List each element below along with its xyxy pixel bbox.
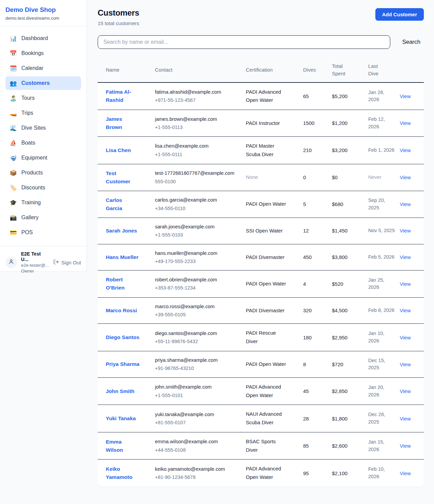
sidebar-item-customers[interactable]: 👥 Customers: [5, 76, 81, 90]
customer-name-link[interactable]: Marco Rossi: [106, 307, 137, 313]
sidebar-item-products[interactable]: 📦 Products: [5, 166, 81, 180]
customer-dives: 5: [303, 195, 332, 213]
customer-dives: 95: [303, 464, 332, 482]
customer-phone: +1-555-0101: [155, 392, 242, 399]
nav-item-icon: 🎓: [9, 200, 17, 206]
view-customer-link[interactable]: View: [400, 307, 411, 313]
sidebar-item-dive-sites[interactable]: 🌊 Dive Sites: [5, 121, 81, 135]
customer-certification: None: [246, 168, 303, 187]
view-customer-link[interactable]: View: [400, 93, 411, 99]
customer-email: priya.sharma@example.com: [155, 356, 242, 364]
sidebar-item-training[interactable]: 🎓 Training: [5, 196, 81, 209]
customer-phone: +81-555-0107: [155, 419, 242, 426]
customer-last-dive: Jan 20, 2026: [368, 379, 400, 404]
customer-name-link[interactable]: Sarah Jones: [106, 228, 137, 234]
customer-dives: 45: [303, 382, 332, 400]
customer-name-link[interactable]: Carlos Garcia: [106, 197, 122, 211]
customer-dives: 0: [303, 168, 332, 186]
customer-email: yuki.tanaka@example.com: [155, 411, 242, 418]
customer-name-link[interactable]: John Smith: [106, 388, 134, 394]
sidebar-item-calendar[interactable]: 🗓️ Calendar: [5, 61, 81, 75]
customer-dives: 1500: [303, 114, 332, 132]
sidebar-item-bookings[interactable]: 📅 Bookings: [5, 46, 81, 60]
sidebar-item-boats[interactable]: ⛵ Boats: [5, 136, 81, 150]
customer-name-link[interactable]: James Brown: [106, 116, 122, 130]
customer-name-link[interactable]: Emma Wilson: [106, 439, 123, 453]
customer-total-spent: $2,600: [332, 437, 368, 455]
nav-item-label: Equipment: [21, 155, 47, 161]
customer-total-spent: $1,450: [332, 222, 368, 240]
view-customer-link[interactable]: View: [400, 254, 411, 260]
view-customer-link[interactable]: View: [400, 335, 411, 340]
sidebar-item-trips[interactable]: 🚤 Trips: [5, 106, 81, 120]
customer-name-link[interactable]: Diego Santos: [106, 334, 139, 340]
customer-total-spent: $4,500: [332, 301, 368, 319]
customer-email: keiko.yamamoto@example.com: [155, 465, 242, 473]
customer-total-spent: $720: [332, 355, 368, 373]
add-customer-button[interactable]: Add Customer: [375, 8, 424, 21]
sidebar-item-tours[interactable]: 🏝️ Tours: [5, 91, 81, 105]
table-row: Sarah Jones sarah.jones@example.com +1-5…: [98, 218, 424, 244]
sign-out-label: Sign Out: [61, 260, 81, 265]
table-row: James Brown james.brown@example.com +1-5…: [98, 110, 424, 137]
customer-certification: PADI Master Scuba Diver: [246, 137, 303, 164]
customer-name-link[interactable]: Robert O'Brien: [106, 277, 124, 291]
sidebar-item-discounts[interactable]: 🏷️ Discounts: [5, 181, 81, 194]
view-customer-link[interactable]: View: [400, 120, 411, 126]
customer-name-link[interactable]: Hans Mueller: [106, 254, 138, 260]
customer-certification: PADI Rescue Diver: [246, 324, 303, 351]
sidebar-nav: 📊 Dashboard 📅 Bookings 🗓️ Calendar 👥 Cus…: [0, 26, 86, 246]
customer-certification: PADI Advanced Open Water: [246, 378, 303, 405]
nav-item-label: Customers: [21, 80, 50, 86]
view-customer-link[interactable]: View: [400, 470, 411, 476]
customer-certification: PADI Open Water: [246, 275, 303, 293]
sidebar-item-pos[interactable]: 💳 POS: [5, 226, 81, 239]
customer-last-dive: Jan 25, 2026: [368, 272, 400, 297]
customer-email: sarah.jones@example.com: [155, 223, 242, 230]
customer-name-link[interactable]: Lisa Chen: [106, 147, 131, 153]
customer-name-link[interactable]: Priya Sharma: [106, 361, 139, 367]
customer-dives: 28: [303, 410, 332, 428]
customer-total-spent: $2,850: [332, 382, 368, 400]
customer-email: hans.mueller@example.com: [155, 249, 242, 257]
customer-last-dive: Dec 28, 2025: [368, 406, 400, 431]
view-customer-link[interactable]: View: [400, 416, 411, 422]
customer-total-spent: $0: [332, 168, 368, 186]
customer-certification: PADI Advanced Open Water: [246, 83, 303, 110]
sidebar-item-gallery[interactable]: 📸 Gallery: [5, 211, 81, 224]
customer-name-link[interactable]: Test Customer: [106, 170, 130, 184]
view-customer-link[interactable]: View: [400, 201, 411, 207]
customer-total-spent: $1,800: [332, 410, 368, 428]
customer-name-link[interactable]: Fatima Al-Rashid: [106, 89, 131, 103]
nav-item-label: Dive Sites: [21, 125, 46, 131]
nav-item-icon: 🏝️: [9, 95, 17, 101]
sign-out-button[interactable]: Sign Out: [53, 259, 81, 266]
table-row: Lisa Chen lisa.chen@example.com +1-555-0…: [98, 137, 424, 164]
search-button[interactable]: Search: [399, 39, 424, 45]
view-customer-link[interactable]: View: [400, 281, 411, 287]
view-customer-link[interactable]: View: [400, 388, 411, 394]
customer-dives: 12: [303, 222, 332, 240]
sidebar-item-dashboard[interactable]: 📊 Dashboard: [5, 32, 81, 45]
view-customer-link[interactable]: View: [400, 147, 411, 153]
nav-item-icon: 🤿: [9, 155, 17, 161]
view-customer-link[interactable]: View: [400, 228, 411, 234]
customer-last-dive: Nov 5, 2025: [368, 222, 400, 240]
view-customer-link[interactable]: View: [400, 174, 411, 180]
customer-certification: SSI Open Water: [246, 222, 303, 240]
search-input[interactable]: [98, 35, 390, 49]
view-customer-link[interactable]: View: [400, 361, 411, 367]
customer-email: test-1772681807767@example.com: [155, 169, 242, 177]
customer-name-link[interactable]: Yuki Tanaka: [106, 415, 136, 421]
customer-email: fatima.alrashid@example.com: [155, 88, 242, 96]
nav-item-icon: 🗓️: [9, 66, 17, 71]
nav-item-icon: 🌊: [9, 125, 17, 131]
customer-certification: PADI Divemaster: [246, 248, 303, 267]
customer-dives: 180: [303, 329, 332, 347]
customer-certification: BSAC Sports Diver: [246, 432, 303, 460]
sidebar-item-equipment[interactable]: 🤿 Equipment: [5, 151, 81, 165]
customer-email: robert.obrien@example.com: [155, 276, 242, 283]
customer-name-link[interactable]: Keiko Yamamoto: [106, 466, 132, 480]
customer-last-dive: Never: [368, 169, 400, 186]
view-customer-link[interactable]: View: [400, 443, 411, 449]
